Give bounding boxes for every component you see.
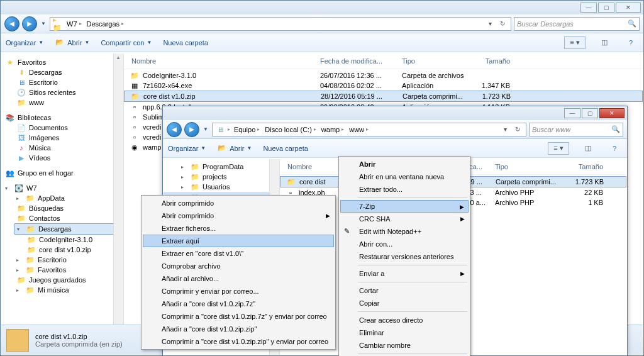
sidebar-item[interactable]: ▸📁Mi música — [1, 285, 123, 295]
sidebar-homegroup[interactable]: 👥Grupo en el hogar — [1, 168, 123, 178]
nav-history-dropdown[interactable]: ▼ — [202, 122, 209, 137]
view-button[interactable]: ≡ ▾ — [548, 142, 569, 155]
address-dropdown[interactable]: ▾ — [484, 18, 496, 30]
open-button[interactable]: 📂Abrir ▼ — [217, 144, 252, 153]
menu-item[interactable]: Enviar a▶ — [340, 267, 469, 280]
refresh-button[interactable]: ↻ — [497, 18, 508, 30]
new-folder-button[interactable]: Nueva carpeta — [163, 39, 208, 47]
file-row[interactable]: 📁 CodeIgniter-3.1.0 26/07/2016 12:36 ...… — [124, 70, 643, 81]
nav-forward-button[interactable]: ► — [22, 16, 37, 31]
minimize-button[interactable]: — — [564, 108, 580, 118]
minimize-button[interactable]: — — [580, 3, 597, 13]
menu-item[interactable]: Extraer ficheros... — [143, 222, 334, 235]
sidebar-item-descargas[interactable]: ▾📁Descargas — [14, 223, 121, 235]
menu-item[interactable]: Abrir comprimido — [143, 197, 334, 209]
breadcrumb[interactable]: W7▸ — [65, 20, 83, 28]
maximize-button[interactable]: ▢ — [598, 3, 614, 13]
menu-item[interactable]: Eliminar — [340, 326, 469, 339]
address-bar[interactable]: ▸📁 W7▸ Descargas▸ ▾ ↻ — [50, 17, 511, 31]
breadcrumb[interactable]: Equipo▸ — [233, 126, 261, 133]
sidebar-item[interactable]: 📁www — [1, 97, 123, 108]
menu-item[interactable]: Añadir al archivo... — [143, 272, 334, 285]
file-row[interactable]: ▦ 7z1602-x64.exe 04/08/2016 02:02 ... Ap… — [124, 81, 643, 91]
sidebar-item[interactable]: 🕑Sitios recientes — [1, 87, 123, 97]
search-input[interactable]: Buscar www 🔍 — [529, 123, 623, 136]
maximize-button[interactable]: ▢ — [582, 108, 598, 118]
organize-button[interactable]: Organizar ▼ — [6, 39, 43, 47]
search-input[interactable]: Buscar Descargas 🔍 — [514, 17, 640, 31]
sidebar-item[interactable]: ⬇Descargas — [1, 67, 123, 77]
col-size[interactable]: Tamaño — [568, 162, 606, 172]
column-headers[interactable]: Nombre Fecha de modifica... Tipo Tamaño — [124, 53, 643, 69]
menu-item[interactable]: Comprimir a "core dist v1.0.zip.7z" y en… — [143, 310, 334, 323]
open-button[interactable]: 📂Abrir ▼ — [55, 38, 89, 47]
sidebar-item[interactable]: ♪Música — [1, 143, 123, 153]
nav-back-button[interactable]: ◄ — [4, 16, 19, 31]
close-button[interactable]: ✕ — [599, 108, 625, 118]
address-dropdown[interactable]: ▾ — [499, 124, 511, 135]
sidebar-item[interactable]: 📁core dist v1.0.zip — [1, 245, 123, 255]
menu-item[interactable]: Comprimir a "core dist v1.0.zip.zip" y e… — [143, 335, 334, 348]
tree-item[interactable]: ▸📁ProgramData — [164, 162, 279, 172]
tree-item[interactable]: ▸📁projects — [164, 172, 279, 182]
menu-item[interactable]: ✎Edit with Notepad++ — [340, 225, 469, 238]
scrollbar[interactable] — [113, 53, 123, 340]
sidebar-item[interactable]: 📁Contactos — [1, 213, 123, 223]
col-date[interactable]: Fecha de modifica... — [318, 56, 399, 66]
sidebar-item[interactable]: ▶Vídeos — [1, 153, 123, 163]
sidebar-item[interactable]: ▸📁AppData — [1, 193, 123, 203]
col-type[interactable]: Tipo — [399, 56, 469, 66]
sidebar-item[interactable]: 🖥Escritorio — [1, 77, 123, 87]
nav-back-button[interactable]: ◄ — [167, 122, 182, 137]
menu-item[interactable]: Abrir comprimido▶ — [143, 209, 334, 222]
menu-item[interactable]: Comprobar archivo — [143, 260, 334, 272]
breadcrumb[interactable]: wamp▸ — [320, 126, 345, 133]
share-button[interactable]: Compartir con ▼ — [101, 39, 152, 47]
sidebar-item[interactable]: 📁Búsquedas — [1, 203, 123, 213]
sidebar-drive[interactable]: ▾💽W7 — [1, 183, 123, 193]
sidebar-item[interactable]: 📄Documentos — [1, 123, 123, 133]
view-button[interactable]: ≡ ▾ — [564, 36, 586, 49]
breadcrumb[interactable]: Descargas▸ — [86, 20, 126, 28]
nav-forward-button[interactable]: ► — [184, 122, 199, 137]
menu-item[interactable]: Abrir en una ventana nueva — [340, 170, 469, 183]
menu-item[interactable]: CRC SHA▶ — [340, 213, 469, 225]
menu-item[interactable]: 7-Zip▶ — [340, 200, 469, 213]
menu-item[interactable]: Añadir a "core dist v1.0.zip.7z" — [143, 298, 334, 310]
menu-item[interactable]: Cortar — [340, 284, 469, 297]
sidebar-item[interactable]: ▸📁Favoritos — [1, 265, 123, 275]
help-button[interactable]: ? — [607, 142, 622, 155]
sidebar-item[interactable]: 📁Juegos guardados — [1, 275, 123, 285]
menu-item[interactable]: Extraer todo... — [340, 183, 469, 196]
col-size[interactable]: Tamaño — [469, 56, 513, 66]
menu-item[interactable]: Cambiar nombre — [340, 339, 469, 352]
sidebar-item[interactable]: 🖼Imágenes — [1, 133, 123, 143]
sidebar-favorites[interactable]: ★Favoritos — [1, 57, 123, 67]
menu-item[interactable]: Restaurar versiones anteriores — [340, 250, 469, 263]
help-button[interactable]: ? — [623, 36, 638, 49]
sidebar-item[interactable]: ▸📁Escritorio — [1, 255, 123, 265]
refresh-button[interactable]: ↻ — [512, 124, 523, 135]
preview-pane-button[interactable]: ◫ — [580, 142, 596, 155]
new-folder-button[interactable]: Nueva carpeta — [263, 145, 308, 152]
menu-item[interactable]: Abrir — [340, 158, 469, 170]
nav-history-dropdown[interactable]: ▼ — [40, 16, 47, 31]
menu-item[interactable]: Añadir a "core dist v1.0.zip.zip" — [143, 323, 334, 335]
sidebar-item[interactable]: 📁CodeIgniter-3.1.0 — [1, 235, 123, 245]
breadcrumb[interactable]: Disco local (C:)▸ — [264, 126, 318, 133]
menu-item[interactable]: Abrir con... — [340, 238, 469, 250]
menu-item[interactable]: Extraer en "core dist v1.0\" — [143, 247, 334, 260]
menu-item[interactable]: Copiar — [340, 297, 469, 309]
preview-pane-button[interactable]: ◫ — [597, 36, 612, 49]
col-name[interactable]: Nombre — [129, 56, 318, 66]
sidebar-libraries[interactable]: 📚Bibliotecas — [1, 113, 123, 123]
close-button[interactable]: ✕ — [616, 3, 641, 13]
menu-item[interactable]: Extraer aquí — [143, 235, 334, 247]
menu-item[interactable]: Comprimir y enviar por correo... — [143, 285, 334, 298]
organize-button[interactable]: Organizar ▼ — [168, 145, 206, 152]
address-bar[interactable]: 🖥▸ Equipo▸ Disco local (C:)▸ wamp▸ www▸ … — [212, 123, 526, 136]
tree-item[interactable]: ▸📁Usuarios — [164, 182, 279, 192]
col-type[interactable]: Tipo — [492, 162, 568, 172]
file-row[interactable]: 📁 core dist v1.0.zip 28/12/2016 05:19 ..… — [124, 91, 643, 102]
breadcrumb[interactable]: www▸ — [348, 126, 370, 133]
